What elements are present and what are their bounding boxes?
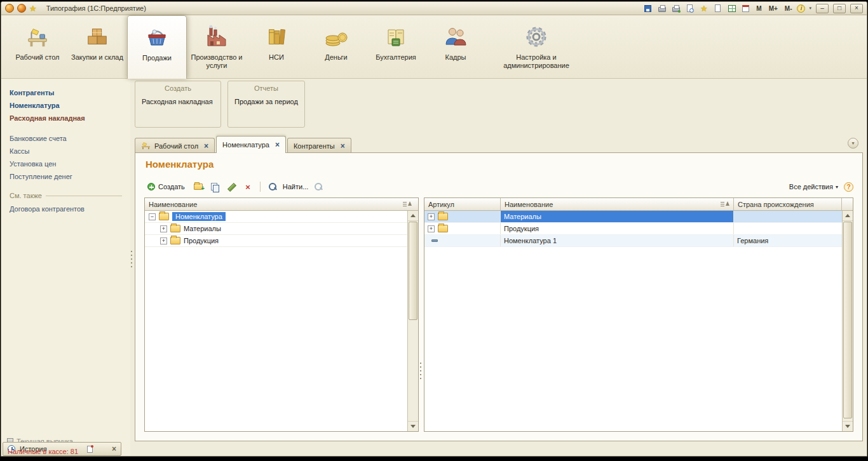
folder-icon: [438, 225, 448, 232]
scroll-down-icon[interactable]: [408, 421, 418, 431]
section-label: Рабочий стол: [8, 53, 67, 62]
toolbar-separator: [260, 182, 261, 192]
app-menu-icon[interactable]: [5, 4, 14, 13]
print-icon[interactable]: [656, 3, 667, 13]
section-label: НСИ: [247, 53, 306, 62]
grid-scrollbar[interactable]: [842, 211, 853, 431]
tab-kontragenty[interactable]: Контрагенты: [287, 138, 351, 153]
column-articul[interactable]: Артикул: [424, 198, 501, 210]
tab-close-icon[interactable]: [204, 142, 208, 150]
memory-recall-button[interactable]: M: [754, 5, 763, 12]
tab-close-icon[interactable]: [341, 142, 345, 150]
action-prodazhi-za-period[interactable]: Продажи за период: [234, 98, 298, 105]
tree-row[interactable]: Номенклатура: [145, 211, 407, 223]
cell-value: Продукция: [504, 225, 539, 232]
nav-item-dogovora-kontragentov[interactable]: Договора контрагентов: [10, 205, 122, 213]
nav-gap: [10, 127, 122, 135]
nav-item-ustanovka-tsen[interactable]: Установка цен: [10, 160, 122, 168]
spreadsheet-icon[interactable]: [726, 3, 737, 13]
tree-scrollbar[interactable]: [407, 211, 418, 431]
history-close-icon[interactable]: [112, 445, 116, 453]
action-rashodnaya-nakladnaya[interactable]: Расходная накладная: [142, 98, 214, 105]
desktop-icon: [8, 20, 67, 53]
sidebar-splitter-handle[interactable]: [131, 251, 132, 267]
section-hr[interactable]: Кадры: [426, 15, 485, 79]
find-label[interactable]: Найти...: [283, 183, 309, 190]
delete-button[interactable]: [241, 180, 254, 193]
find-button[interactable]: [266, 180, 279, 193]
section-desktop[interactable]: Рабочий стол: [8, 15, 67, 79]
document-icon[interactable]: [712, 3, 723, 13]
tab-close-icon[interactable]: [275, 141, 280, 149]
nav-item-kontragenty[interactable]: Контрагенты: [10, 89, 122, 97]
close-button[interactable]: ×: [850, 4, 863, 13]
tab-desktop[interactable]: Рабочий стол: [135, 138, 215, 153]
tree-row[interactable]: Материалы: [145, 223, 407, 235]
section-sales[interactable]: Продажи: [127, 15, 187, 79]
grid-row-produktsiya[interactable]: Продукция: [424, 223, 842, 235]
memory-minus-button[interactable]: M-: [783, 5, 794, 12]
expand-group-icon[interactable]: [428, 225, 435, 232]
action-group-reports: Отчеты Продажи за период: [227, 81, 305, 128]
cell-country: [734, 223, 842, 234]
save-icon[interactable]: [642, 3, 653, 13]
cell-value: Материалы: [504, 213, 541, 220]
expand-node-icon[interactable]: [160, 237, 167, 244]
add-favorite-icon[interactable]: ★: [698, 3, 709, 13]
nav-item-kassy[interactable]: Кассы: [10, 147, 122, 155]
expand-group-icon[interactable]: [428, 213, 435, 220]
minimize-button[interactable]: –: [816, 4, 829, 13]
scroll-up-icon[interactable]: [408, 211, 418, 221]
nav-item-rashodnaya-nakladnaya[interactable]: Расходная накладная: [10, 114, 122, 122]
help-button[interactable]: ?: [844, 182, 853, 192]
collapse-node-icon[interactable]: [149, 213, 156, 220]
panes-splitter-handle[interactable]: [420, 363, 421, 379]
tab-nomenklatura[interactable]: Номенклатура: [216, 136, 286, 153]
section-label: Настройка и администрирование: [485, 53, 587, 70]
groups-tree-pane: Наименование Номенклатура Материалы: [144, 197, 419, 432]
coins-icon: [306, 20, 366, 53]
tab-label: Рабочий стол: [154, 142, 198, 150]
preview-icon[interactable]: [684, 3, 695, 13]
section-accounting[interactable]: Бухгалтерия: [366, 15, 426, 79]
grid-row-nomenklatura-1[interactable]: Номенклатура 1 Германия: [424, 235, 842, 247]
tree-node-label: Материалы: [184, 225, 221, 232]
all-actions-button[interactable]: Все действия: [789, 183, 838, 190]
section-nsi[interactable]: НСИ: [247, 15, 306, 79]
scroll-down-icon[interactable]: [843, 421, 853, 431]
expand-node-icon[interactable]: [160, 225, 167, 232]
section-purchases-warehouse[interactable]: Закупки и склад: [67, 15, 127, 79]
grid-row-materialy[interactable]: Материалы: [424, 211, 842, 223]
nav-item-nomenklatura[interactable]: Номенклатура: [10, 102, 122, 109]
nav-item-bankovskie-scheta[interactable]: Банковские счета: [10, 135, 122, 142]
memory-plus-button[interactable]: M+: [767, 5, 780, 12]
info-icon[interactable]: i: [797, 4, 805, 13]
column-name[interactable]: Наименование: [501, 198, 734, 210]
scroll-up-icon[interactable]: [843, 211, 853, 221]
create-button[interactable]: Создать: [144, 182, 188, 192]
nav-item-postuplenie-deneg[interactable]: Поступление денег: [10, 173, 122, 180]
section-money[interactable]: Деньги: [306, 15, 366, 79]
clear-find-button[interactable]: [312, 180, 325, 193]
section-production-services[interactable]: Производство и услуги: [187, 15, 247, 79]
app-window: ★ Типография (1С:Предприятие) ★ M M+ M- …: [1, 1, 867, 457]
maximize-button[interactable]: □: [833, 4, 846, 13]
favorites-star-icon[interactable]: ★: [29, 4, 37, 13]
copy-button[interactable]: [208, 180, 221, 193]
print-instant-icon[interactable]: [670, 3, 681, 13]
collapse-panel-button[interactable]: ▾: [848, 138, 858, 149]
sort-ascending-icon: [403, 201, 412, 207]
scroll-thumb[interactable]: [409, 222, 417, 320]
window-title: Типография (1С:Предприятие): [46, 4, 146, 12]
app-icon[interactable]: [17, 4, 26, 13]
create-group-button[interactable]: [192, 180, 205, 193]
calendar-icon[interactable]: [740, 3, 751, 13]
column-country[interactable]: Страна происхождения: [734, 198, 842, 210]
info-caret-icon[interactable]: ▾: [809, 6, 811, 11]
section-administration[interactable]: Настройка и администрирование: [485, 15, 587, 79]
tree-column-name[interactable]: Наименование: [145, 198, 418, 210]
edit-button[interactable]: [225, 180, 238, 193]
scroll-thumb[interactable]: [843, 222, 852, 418]
header-corner: [842, 198, 853, 210]
tree-row[interactable]: Продукция: [145, 235, 407, 247]
